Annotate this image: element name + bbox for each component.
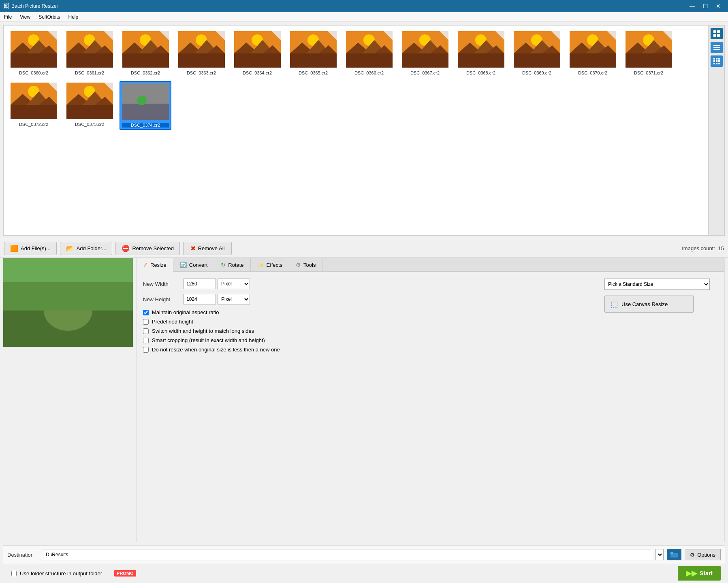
image-grid: DSC_0360.cr2 DSC_0361.cr2 — [4, 26, 708, 235]
menu-file[interactable]: File — [0, 13, 16, 21]
options-button[interactable]: ⚙ Options — [685, 549, 721, 560]
menu-view[interactable]: View — [16, 13, 34, 21]
new-height-label: New Height — [143, 296, 184, 302]
image-label: DSC_0366.cr2 — [345, 70, 393, 75]
remove-selected-button[interactable]: ⛔ Remove Selected — [115, 242, 180, 255]
image-thumbnail-11[interactable]: DSC_0370.cr2 — [567, 30, 619, 77]
tools-tab-label: Tools — [303, 262, 316, 268]
destination-browse-button[interactable] — [667, 549, 681, 560]
destination-area: Destination ⚙ Options Use folder struct — [0, 545, 728, 583]
image-thumbnail-7[interactable]: DSC_0366.cr2 — [343, 30, 395, 77]
image-thumbnail-10[interactable]: DSC_0369.cr2 — [511, 30, 563, 77]
maintain-aspect-label: Maintain original aspect ratio — [152, 309, 219, 315]
standard-size-dropdown[interactable]: Pick a Standard Size 640x480 800x600 102… — [604, 279, 710, 290]
tab-tools[interactable]: ⚙ Tools — [289, 258, 322, 271]
use-folder-label: Use folder structure in output folder — [20, 570, 102, 577]
tab-resize[interactable]: ⤢ Resize — [137, 258, 173, 272]
svg-marker-53 — [328, 31, 337, 40]
destination-dropdown[interactable] — [655, 549, 664, 560]
maintain-aspect-checkbox[interactable] — [143, 310, 149, 315]
svg-marker-107 — [663, 31, 672, 40]
image-thumbnail-12[interactable]: DSC_0371.cr2 — [623, 30, 675, 77]
smart-cropping-checkbox[interactable] — [143, 338, 149, 343]
image-thumbnail-3[interactable]: DSC_0362.cr2 — [120, 30, 171, 77]
new-height-row: New Height Pixel Percent cm inch — [143, 294, 596, 304]
list-view-button[interactable] — [711, 42, 723, 53]
image-label: DSC_0373.cr2 — [65, 122, 114, 127]
add-folder-label: Add Folder... — [77, 245, 107, 251]
svg-rect-96 — [570, 53, 616, 68]
resize-settings: New Width Pixel Percent cm inch New Heig… — [137, 272, 724, 362]
image-label: DSC_0371.cr2 — [624, 70, 673, 75]
image-label: DSC_0363.cr2 — [177, 70, 226, 75]
remove-all-icon: ✖ — [190, 245, 196, 252]
svg-rect-134 — [713, 47, 720, 48]
switch-width-height-checkbox[interactable] — [143, 328, 149, 334]
predefined-height-label: Predefined height — [152, 319, 193, 325]
svg-rect-143 — [716, 63, 717, 64]
svg-rect-137 — [716, 58, 717, 60]
image-thumbnail-2[interactable]: DSC_0361.cr2 — [64, 30, 115, 77]
add-files-button[interactable]: 🟧 Add File(s)... — [4, 242, 57, 255]
image-thumbnail-15[interactable]: DSC_0374.cr2 — [120, 81, 171, 130]
svg-marker-26 — [160, 31, 169, 40]
effects-tab-icon: ✨ — [257, 262, 264, 268]
svg-rect-132 — [717, 34, 720, 37]
new-height-input[interactable] — [184, 294, 216, 304]
switch-width-height-label: Switch width and height to match long si… — [152, 328, 254, 334]
options-icon: ⚙ — [690, 552, 695, 558]
destination-label: Destination — [7, 552, 40, 558]
tab-convert[interactable]: 🔄 Convert — [173, 258, 215, 271]
image-thumbnail-8[interactable]: DSC_0367.cr2 — [399, 30, 451, 77]
image-thumbnail-4[interactable]: DSC_0363.cr2 — [175, 30, 227, 77]
convert-tab-label: Convert — [189, 262, 208, 268]
large-icons-button[interactable] — [711, 28, 723, 39]
do-not-resize-row: Do not resize when original size is less… — [143, 347, 596, 353]
menu-softorbits[interactable]: SoftOrbits — [34, 13, 64, 21]
new-width-unit-select[interactable]: Pixel Percent cm inch — [218, 279, 250, 289]
tools-tab-icon: ⚙ — [296, 262, 301, 268]
destination-input[interactable] — [43, 549, 652, 560]
image-label: DSC_0369.cr2 — [512, 70, 561, 75]
svg-rect-140 — [716, 60, 717, 62]
tab-rotate[interactable]: ↻ Rotate — [214, 258, 250, 271]
image-label: DSC_0364.cr2 — [233, 70, 282, 75]
image-thumbnail-13[interactable]: DSC_0372.cr2 — [8, 81, 60, 130]
grid-view-button[interactable] — [711, 55, 723, 67]
image-thumbnail-5[interactable]: DSC_0364.cr2 — [231, 30, 283, 77]
image-thumbnail-14[interactable]: DSC_0373.cr2 — [64, 81, 115, 130]
use-folder-checkbox[interactable] — [11, 571, 17, 576]
image-thumbnail-1[interactable]: DSC_0360.cr2 — [8, 30, 60, 77]
image-grid-container: DSC_0360.cr2 DSC_0361.cr2 — [3, 25, 725, 236]
do-not-resize-checkbox[interactable] — [143, 347, 149, 353]
maximize-button[interactable]: ☐ — [699, 1, 712, 11]
svg-rect-135 — [713, 49, 720, 50]
add-folder-button[interactable]: 📂 Add Folder... — [60, 242, 113, 255]
image-thumbnail-9[interactable]: DSC_0368.cr2 — [455, 30, 507, 77]
image-thumbnail-6[interactable]: DSC_0365.cr2 — [287, 30, 339, 77]
predefined-height-row: Predefined height — [143, 319, 596, 325]
svg-rect-149 — [3, 282, 133, 311]
close-button[interactable]: ✕ — [712, 1, 725, 11]
tab-effects[interactable]: ✨ Effects — [251, 258, 290, 271]
title-bar: 🖼 Batch Picture Resizer — ☐ ✕ — [0, 0, 728, 12]
svg-rect-15 — [66, 53, 113, 68]
remove-all-button[interactable]: ✖ Remove All — [183, 242, 232, 255]
add-files-label: Add File(s)... — [21, 245, 51, 251]
canvas-resize-button[interactable]: ⬚ Use Canvas Resize — [604, 296, 694, 313]
new-width-input[interactable] — [184, 279, 216, 289]
preview-panel — [3, 258, 133, 542]
app-icon: 🖼 — [3, 3, 9, 9]
svg-rect-24 — [122, 53, 169, 68]
image-label: DSC_0362.cr2 — [121, 70, 170, 75]
resize-left: New Width Pixel Percent cm inch New Heig… — [143, 279, 596, 356]
toolbar: 🟧 Add File(s)... 📂 Add Folder... ⛔ Remov… — [0, 239, 728, 258]
resize-tab-label: Resize — [150, 262, 167, 268]
menu-bar: File View SoftOrbits Help — [0, 12, 728, 22]
start-button[interactable]: ▶▶ Start — [678, 566, 721, 581]
menu-help[interactable]: Help — [64, 13, 83, 21]
minimize-button[interactable]: — — [686, 1, 699, 11]
predefined-height-checkbox[interactable] — [143, 319, 149, 325]
effects-tab-label: Effects — [267, 262, 283, 268]
new-height-unit-select[interactable]: Pixel Percent cm inch — [218, 294, 250, 304]
